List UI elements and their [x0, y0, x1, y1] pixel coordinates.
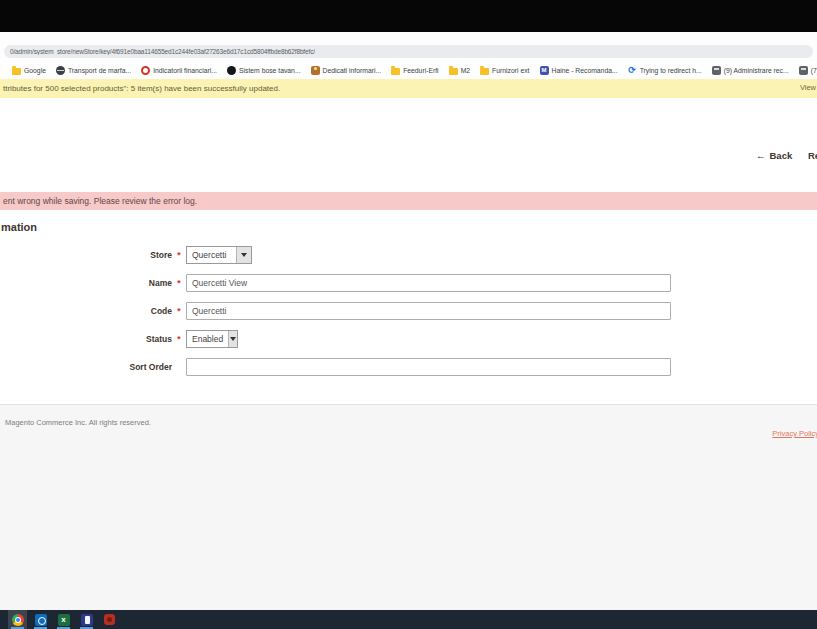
sort-order-field-row: Sort Order [0, 358, 671, 376]
red-ring-icon [141, 66, 150, 75]
chevron-down-icon [230, 337, 236, 341]
store-select-value: Quercetti [187, 247, 236, 263]
person-icon [311, 66, 320, 75]
taskbar-excel-button[interactable] [54, 610, 73, 629]
url-text: 0/admin/system_store/newStore/key/4f691e… [4, 48, 315, 55]
chevron-down-icon [241, 253, 247, 257]
refresh-icon [628, 66, 637, 75]
taskbar-red-app-button[interactable] [100, 610, 119, 629]
status-label: Status [0, 334, 172, 344]
bookmarks-bar: Google Transport de marfa... Indicatorii… [0, 61, 817, 79]
notice-view-link[interactable]: View [800, 83, 816, 92]
required-asterisk: * [172, 278, 186, 288]
privacy-policy-link[interactable]: Privacy Policy [772, 429, 817, 438]
status-field-row: Status * Enabled [0, 330, 238, 348]
bookmark-item[interactable]: Furnizori ext [480, 66, 529, 75]
sort-order-label: Sort Order [0, 362, 172, 372]
error-banner: ent wrong while saving. Please review th… [0, 192, 817, 210]
bookmark-item[interactable]: Feeduri-Erfi [391, 66, 439, 75]
reset-button[interactable]: Reset [808, 150, 817, 161]
bookmark-item[interactable]: (7) Setările afaceri [799, 66, 817, 75]
black-circle-icon [227, 66, 236, 75]
store-label: Store [0, 250, 172, 260]
gray-app-icon [712, 66, 721, 75]
required-asterisk: * [172, 250, 186, 260]
gray-app-icon [799, 66, 808, 75]
code-input[interactable] [186, 302, 671, 320]
folder-icon [480, 68, 489, 75]
bookmark-item[interactable]: Haine - Recomanda... [540, 66, 618, 75]
store-select[interactable]: Quercetti [186, 246, 252, 264]
status-select-value: Enabled [187, 331, 228, 347]
taskbar-file-explorer-button[interactable] [77, 610, 96, 629]
back-arrow-icon [756, 150, 766, 161]
folder-icon [449, 68, 458, 75]
folder-icon [12, 68, 21, 75]
required-asterisk: * [172, 306, 186, 316]
code-field-row: Code * [0, 302, 671, 320]
bookmark-item[interactable]: Trying to redirect h... [628, 66, 702, 75]
url-bar[interactable]: 0/admin/system_store/newStore/key/4f691e… [4, 45, 813, 58]
required-asterisk: * [172, 334, 186, 344]
copyright-text: Magento Commerce Inc. All rights reserve… [5, 418, 151, 427]
taskbar-chrome-button[interactable] [8, 610, 27, 629]
sort-order-input[interactable] [186, 358, 671, 376]
name-input[interactable] [186, 274, 671, 292]
top-black-region [0, 0, 817, 32]
globe-icon [56, 66, 65, 75]
bookmark-item[interactable]: Dedicati informari... [311, 66, 382, 75]
store-view-page: Back Reset ent wrong while saving. Pleas… [0, 98, 817, 610]
bookmark-item[interactable]: Google [12, 66, 46, 75]
select-arrow-button[interactable] [228, 331, 237, 347]
chrome-icon [12, 614, 24, 626]
blue-m-icon [540, 66, 549, 75]
bookmark-item[interactable]: (9) Administrare rec... [712, 66, 789, 75]
back-button[interactable]: Back [756, 150, 792, 161]
taskbar [0, 610, 817, 629]
notice-bar: ttributes for 500 selected products": 5 … [0, 79, 817, 98]
outlook-icon [35, 614, 47, 626]
status-select[interactable]: Enabled [186, 330, 238, 348]
screen: 0/admin/system_store/newStore/key/4f691e… [0, 0, 817, 629]
notice-text: ttributes for 500 selected products": 5 … [0, 84, 280, 93]
name-label: Name [0, 278, 172, 288]
red-app-icon [104, 614, 115, 625]
bookmark-item[interactable]: Indicatorii financiari... [141, 66, 217, 75]
excel-icon [58, 614, 70, 626]
code-label: Code [0, 306, 172, 316]
section-heading: mation [1, 221, 37, 233]
bookmark-item[interactable]: M2 [449, 66, 470, 75]
name-field-row: Name * [0, 274, 671, 292]
error-text: ent wrong while saving. Please review th… [0, 196, 197, 206]
bookmark-item[interactable]: Sistem bose tavan... [227, 66, 301, 75]
blue-document-icon [81, 614, 93, 626]
page-footer: Magento Commerce Inc. All rights reserve… [0, 404, 817, 610]
select-arrow-button[interactable] [236, 247, 251, 263]
store-field-row: Store * Quercetti [0, 246, 252, 264]
bookmark-item[interactable]: Transport de marfa... [56, 66, 131, 75]
browser-toolbar: 0/admin/system_store/newStore/key/4f691e… [0, 32, 817, 61]
folder-icon [391, 68, 400, 75]
taskbar-outlook-button[interactable] [31, 610, 50, 629]
